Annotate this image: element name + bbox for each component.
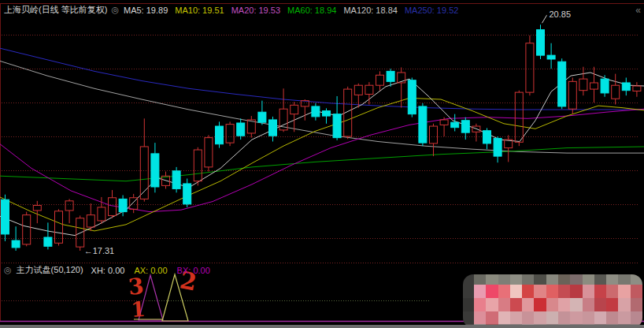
mosaic-cell <box>606 298 618 311</box>
mosaic-cell <box>546 298 558 311</box>
mosaic-cell <box>631 285 642 298</box>
candle-up <box>226 125 234 143</box>
legend-ma5: MA5: 19.89 <box>124 6 168 15</box>
ma-legend: MA5: 19.89MA10: 19.51MA20: 19.53MA60: 18… <box>124 6 465 15</box>
mosaic-cell <box>570 311 582 324</box>
candle-down <box>558 62 566 106</box>
candle-up <box>291 105 298 114</box>
collapse-icon[interactable]: « <box>635 5 641 16</box>
candle-up <box>23 215 31 244</box>
header-bar: 上海贝岭(日线 等比前复权) ◎ MA5: 19.89MA10: 19.51MA… <box>4 3 465 17</box>
candle-down <box>387 71 394 81</box>
low-price-label: ←17.31 <box>84 246 115 255</box>
candle-up <box>109 198 117 216</box>
candle-down <box>333 114 341 138</box>
mosaic-cell <box>522 274 534 285</box>
mosaic-cell <box>618 274 630 285</box>
candle-up <box>205 138 213 167</box>
mosaic-cell <box>546 285 558 298</box>
mosaic-cell <box>583 311 594 324</box>
candle-down <box>151 154 159 187</box>
candle-down <box>323 111 331 116</box>
candle-down <box>547 55 555 59</box>
mosaic-cell <box>594 285 606 298</box>
candle-down <box>2 199 9 234</box>
mosaic-cell <box>474 298 486 311</box>
candle-up <box>376 75 384 85</box>
candle-down <box>622 83 630 91</box>
mosaic-cell <box>498 274 510 285</box>
indicator-field-ax: AX: 0.00 <box>134 266 167 275</box>
indicator-name[interactable]: 主力试盘(50,120) <box>17 264 83 276</box>
candle-down <box>601 79 609 93</box>
mosaic-cell <box>463 298 474 311</box>
legend-ma120: MA120: 18.84 <box>343 6 398 15</box>
mosaic-cell <box>594 274 606 285</box>
mosaic-cell <box>558 311 570 324</box>
indicator-icon[interactable]: ◎ <box>4 265 12 275</box>
mosaic-cell <box>522 285 534 298</box>
candle-down <box>451 122 459 127</box>
candle-down <box>237 123 245 136</box>
mosaic-cell <box>534 298 546 311</box>
candle-up <box>579 79 587 91</box>
ma-line-ma5 <box>0 73 644 236</box>
indicator-values: XH: 0.00AX: 0.00BX: 0.00 <box>91 266 220 275</box>
ma-line-ma20 <box>0 109 644 211</box>
mosaic-cell <box>583 274 594 285</box>
candle-up <box>526 43 534 92</box>
mosaic-cell <box>498 311 510 324</box>
mosaic-cell <box>474 311 486 324</box>
bottom-strip <box>0 325 644 328</box>
candle-down <box>216 126 224 144</box>
ma-line-ma120 <box>0 61 644 153</box>
candle-down <box>461 121 469 132</box>
candle-up <box>365 85 373 94</box>
mosaic-cell <box>594 298 606 311</box>
mosaic-cell <box>583 285 594 298</box>
indicator-header: ◎ 主力试盘(50,120) XH: 0.00AX: 0.00BX: 0.00 <box>4 264 220 276</box>
candle-up <box>354 85 362 95</box>
mosaic-cell <box>534 311 546 324</box>
mosaic-cell <box>463 285 474 298</box>
ma-line-ma10 <box>0 98 644 231</box>
mosaic-cell <box>546 274 558 285</box>
mosaic-cell <box>631 298 642 311</box>
hand-mark-3: 3 <box>127 273 145 300</box>
legend-ma20: MA20: 19.53 <box>231 6 280 15</box>
mosaic-cell <box>606 285 618 298</box>
mosaic-cell <box>594 311 606 324</box>
candle-up <box>633 86 641 91</box>
mosaic-cell <box>534 285 546 298</box>
chart-title: 上海贝岭(日线 等比前复权) <box>4 4 107 16</box>
chart-style-icon[interactable]: ◎ <box>111 5 119 15</box>
mosaic-cell <box>510 298 522 311</box>
chart-window: ←17.3120.85312 上海贝岭(日线 等比前复权) ◎ MA5: 19.… <box>0 0 644 328</box>
high-price-tick <box>542 15 547 23</box>
mosaic-cell <box>486 298 498 311</box>
mosaic-cell <box>583 298 594 311</box>
indicator-field-bx: BX: 0.00 <box>177 266 210 275</box>
mosaic-cell <box>606 311 618 324</box>
candle-up <box>590 83 598 89</box>
mosaic-cell <box>546 311 558 324</box>
candle-up <box>76 218 84 247</box>
candle-up <box>98 207 105 221</box>
mosaic-cell <box>570 298 582 311</box>
mosaic-cell <box>486 285 498 298</box>
legend-ma60: MA60: 18.94 <box>287 6 336 15</box>
candle-up <box>568 81 576 109</box>
mosaic-cell <box>510 274 522 285</box>
candle-down <box>269 120 277 136</box>
indicator-field-xh: XH: 0.00 <box>91 266 125 275</box>
candle-up <box>65 201 73 211</box>
mosaic-cell <box>570 285 582 298</box>
mosaic-cell <box>486 274 498 285</box>
legend-ma10: MA10: 19.51 <box>175 6 224 15</box>
high-price-label: 20.85 <box>550 9 572 19</box>
mosaic-cell <box>534 274 546 285</box>
candle-down <box>537 30 545 55</box>
mosaic-cell <box>510 311 522 324</box>
mosaic-cell <box>570 274 582 285</box>
candle-down <box>12 240 20 248</box>
